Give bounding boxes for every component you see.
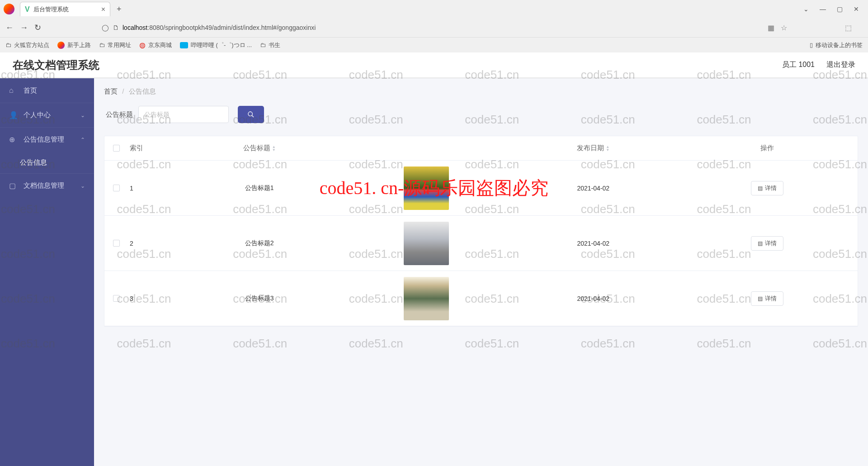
bookmark-item[interactable]: 🗀常用网址 (99, 41, 131, 49)
bilibili-icon (180, 42, 188, 48)
minimize-icon[interactable]: — (820, 5, 826, 13)
browser-chrome: V 后台管理系统 × + ⌄ — ▢ ✕ ← → ↻ ◯ 🗋 localhost… (0, 0, 868, 53)
app-header: 在线文档管理系统 员工 1001 退出登录 (0, 52, 868, 53)
star-icon[interactable]: ☆ (781, 24, 787, 32)
lock-icon: 🗋 (113, 24, 119, 31)
jd-icon: ◍ (139, 41, 146, 49)
bookmarks-bar: 🗀火狐官方站点 新手上路 🗀常用网址 ◍京东商城 哔哩哔哩 (゜-゜)つロ ..… (0, 37, 868, 52)
app: 在线文档管理系统 员工 1001 退出登录 ⌂ 首页 👤 个人中心 ⌄ ⊕ 公告… (0, 52, 868, 53)
reload-icon[interactable]: ↻ (34, 23, 41, 33)
tab-bar: V 后台管理系统 × + ⌄ — ▢ ✕ (0, 0, 868, 18)
qr-icon[interactable]: ▦ (768, 24, 774, 32)
back-icon[interactable]: ← (5, 23, 14, 33)
chevron-down-icon[interactable]: ⌄ (803, 5, 809, 13)
window-controls: ⌄ — ▢ ✕ (803, 5, 864, 13)
browser-tab[interactable]: V 后台管理系统 × (20, 2, 110, 16)
maximize-icon[interactable]: ▢ (837, 5, 843, 13)
tab-title: 后台管理系统 (33, 5, 69, 14)
forward-icon[interactable]: → (20, 23, 28, 33)
bookmark-item[interactable]: 新手上路 (57, 41, 91, 49)
new-tab-button[interactable]: + (112, 5, 126, 14)
bookmark-item[interactable]: 哔哩哔哩 (゜-゜)つロ ... (180, 41, 252, 49)
url-field[interactable]: ◯ 🗋 localhost:8080/springbootpkh49/admin… (102, 24, 554, 31)
extensions-icon[interactable]: ⬚ (845, 24, 852, 32)
vue-icon: V (25, 5, 30, 14)
close-window-icon[interactable]: ✕ (854, 5, 859, 13)
close-icon[interactable]: × (101, 5, 105, 14)
mobile-icon: ▯ (810, 42, 813, 48)
bookmark-item[interactable]: ◍京东商城 (139, 41, 172, 49)
bookmark-item[interactable]: 🗀书生 (260, 41, 280, 49)
address-bar: ← → ↻ ◯ 🗋 localhost:8080/springbootpkh49… (0, 18, 868, 37)
firefox-mini-icon (57, 42, 65, 49)
bookmark-item[interactable]: 🗀火狐官方站点 (5, 41, 49, 49)
shield-icon: ◯ (102, 24, 109, 31)
mobile-bookmarks[interactable]: ▯移动设备上的书签 (810, 41, 863, 49)
firefox-logo-icon (4, 4, 14, 14)
